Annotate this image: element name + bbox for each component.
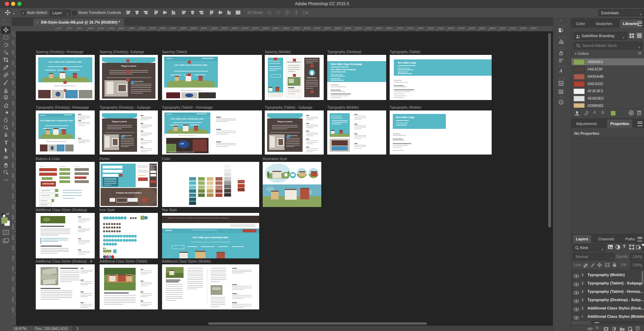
artboard-6[interactable]: safewiseLet's make your community safer.…: [36, 110, 95, 155]
artboard-label[interactable]: Typography (Tablet) - Homepage: [162, 106, 213, 109]
tool-type[interactable]: T: [1, 139, 10, 146]
properties-tab-adjustments[interactable]: Adjustments: [573, 119, 600, 128]
collapse-tools-icon[interactable]: »: [3, 19, 5, 22]
artboard-3[interactable]: Let’s make yourcommunity safer.Monitorin…: [265, 55, 324, 100]
layer-row[interactable]: ❯ Additional Class Styles (Desk...: [571, 304, 642, 312]
tool-ellipsis[interactable]: [1, 176, 10, 184]
library-color-AE4332[interactable]: #AE4332: [571, 80, 644, 87]
layer-name[interactable]: Additional Class Styles (Mobile): [587, 312, 644, 321]
new-group-icon[interactable]: [619, 326, 625, 331]
stock-search-input[interactable]: Search Adobe Stock ∨: [574, 42, 643, 49]
layer-filter-dropdown[interactable]: Kind ∨: [573, 244, 605, 251]
layer-row[interactable]: ∨ Additional Class Styles (Mobile): [571, 312, 642, 321]
collapse-panels-icon[interactable]: «: [560, 19, 562, 22]
dist-right-button[interactable]: [226, 10, 232, 17]
artboard-label[interactable]: Typography (Desktop)- Homepage: [36, 106, 89, 109]
tool-eraser[interactable]: [1, 101, 10, 109]
artboard-21[interactable]: [162, 264, 259, 309]
artboard-17[interactable]: ★★★★★: [100, 213, 158, 258]
panel-grip[interactable]: [559, 65, 566, 67]
artboard-13[interactable]: ★★★★☆Have a Question?Ask a Security Expe…: [100, 162, 158, 207]
layer-visibility-eye-icon[interactable]: [574, 306, 579, 313]
document-tab[interactable]: ×SW-Style-Guide-R8.psd @ 16.7% (RGB/8#) …: [33, 18, 124, 26]
panel-grip[interactable]: [2, 23, 9, 25]
artboard-label[interactable]: Additional Class Styles (Desktop) - B: [36, 259, 92, 263]
layers-tab-paths[interactable]: Paths: [622, 235, 638, 243]
artboard-label[interactable]: Typography (Mobile): [390, 106, 421, 109]
tool-history-brush[interactable]: [1, 94, 10, 101]
panel-menu-icon[interactable]: [637, 122, 642, 126]
character-styles-panel-icon[interactable]: A: [558, 68, 567, 76]
align-bottom-button[interactable]: [171, 10, 176, 17]
artboard-label[interactable]: Additional Class Styles (Mobile): [162, 259, 211, 263]
tool-brush[interactable]: [1, 79, 10, 86]
zoom-level-field[interactable]: 16.67%: [14, 326, 26, 331]
layer-expand-chevron-icon[interactable]: ❯: [581, 304, 584, 312]
close-tab-icon[interactable]: ×: [36, 20, 38, 24]
adjustment-layer-icon[interactable]: [612, 326, 616, 331]
opacity-input[interactable]: 100%∨: [630, 253, 644, 260]
layer-name[interactable]: Typography (Mobile): [587, 271, 625, 279]
artboard-label[interactable]: Illustration Style: [263, 157, 287, 161]
layer-expand-chevron-icon[interactable]: ❯: [581, 296, 584, 304]
grid-view-icon[interactable]: [629, 33, 634, 40]
artboard-12[interactable]: DefaultSecondaryTertiary1.888.818.8888: [36, 162, 95, 207]
artboard-label[interactable]: Spacing (Tablet): [162, 50, 187, 54]
library-color-D8B983[interactable]: #D8B983: [571, 102, 644, 108]
layer-expand-chevron-icon[interactable]: ∨: [581, 312, 584, 321]
tool-crop[interactable]: [1, 56, 10, 64]
layer-name[interactable]: Typography (Tablet) - Homep...: [587, 287, 643, 296]
filter-toggle-switch[interactable]: [642, 243, 644, 251]
tool-dodge[interactable]: [1, 124, 10, 131]
artboard-15[interactable]: [263, 162, 321, 207]
artboard-label[interactable]: Typography (Mobile): [327, 106, 359, 109]
layer-expand-chevron-icon[interactable]: ❯: [581, 287, 584, 296]
artboard-4[interactable]: Hero Main Copy HomepageHero Main Copy Su…: [327, 55, 386, 100]
library-color-88A653[interactable]: #88A653: [571, 58, 644, 65]
tool-path-selection[interactable]: [1, 147, 10, 154]
properties-tab-properties[interactable]: Properties: [607, 119, 632, 128]
artboard-label[interactable]: Nav Style: [162, 208, 177, 212]
auto-select-checkbox[interactable]: ✓: [21, 11, 26, 15]
brushes-panel-icon[interactable]: [558, 50, 567, 58]
layer-name[interactable]: Additional Class Styles (Desk...: [587, 304, 644, 312]
library-color-F3F3F3[interactable]: #F3F3F3: [571, 88, 644, 94]
artboard-5[interactable]: Hero Main CopyHero Sub CopyBUTTON COPYHe…: [390, 55, 492, 100]
filter-pixel-layers-icon[interactable]: [608, 245, 613, 251]
add-layer-style-icon[interactable]: fx: [601, 110, 604, 115]
info-panel-icon[interactable]: [558, 99, 567, 108]
layer-style-icon[interactable]: fx: [596, 325, 599, 330]
library-tab-swatches[interactable]: Swatches: [593, 19, 616, 28]
creative-cloud-icon[interactable]: [628, 110, 634, 117]
layer-visibility-eye-icon[interactable]: [574, 290, 579, 296]
artboard-0[interactable]: Let's make your community safer.Safety &…: [36, 55, 95, 100]
tool-clone-stamp[interactable]: [1, 86, 10, 94]
screen-mode-icon[interactable]: [3, 238, 9, 245]
panel-grip[interactable]: [559, 25, 566, 27]
align-center-h-button[interactable]: [134, 10, 140, 17]
layers-tab-layers[interactable]: Layers: [573, 235, 591, 243]
layer-mask-icon[interactable]: [603, 326, 609, 331]
dist-middle-button[interactable]: [190, 10, 195, 17]
shapes-panel-icon[interactable]: [558, 39, 567, 47]
artboard-label[interactable]: Typography (Desktop): [327, 50, 361, 54]
layers-scrollbar[interactable]: [642, 271, 643, 283]
layer-expand-chevron-icon[interactable]: ❯: [581, 271, 584, 279]
align-top-button[interactable]: [153, 10, 159, 17]
artboard-label[interactable]: Spacing (Desktop)- Homepage: [36, 50, 83, 54]
dist-bottom-button[interactable]: [198, 10, 204, 17]
artboard-label[interactable]: Spacing (Mobile): [265, 50, 291, 54]
artboard-label[interactable]: Buttons & Links: [36, 157, 60, 161]
layer-visibility-eye-icon[interactable]: [574, 281, 579, 288]
tool-lasso[interactable]: [1, 41, 10, 49]
quick-mask-icon[interactable]: [3, 230, 9, 236]
brush-presets-panel-icon[interactable]: [558, 58, 567, 66]
upload-icon[interactable]: [574, 110, 580, 117]
fill-input[interactable]: 100%∨: [630, 262, 644, 269]
tool-quick-selection[interactable]: [1, 49, 10, 56]
align-left-button[interactable]: [126, 10, 131, 17]
layer-row[interactable]: ❯ Typography (Tablet) - Subpage: [571, 279, 642, 287]
tool-rectangular-marquee[interactable]: [1, 34, 10, 41]
layer-visibility-eye-icon[interactable]: [574, 273, 579, 279]
link-layers-icon[interactable]: [587, 326, 593, 331]
